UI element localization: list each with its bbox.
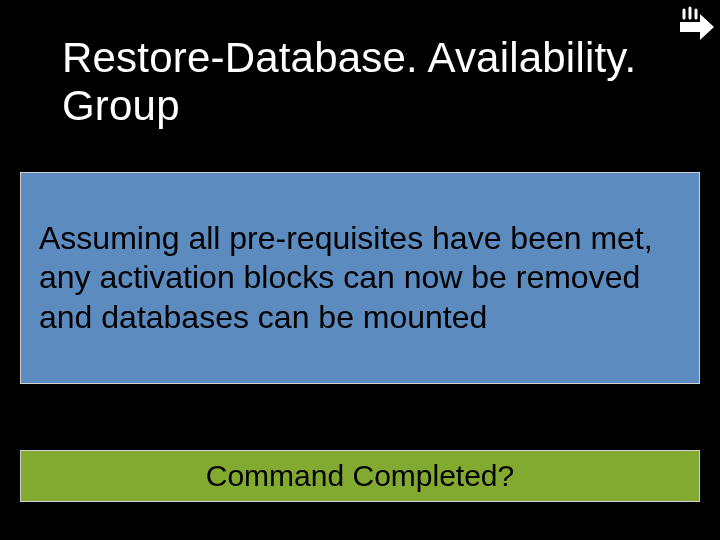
slide-title: Restore-Database. Availability. Group (62, 34, 720, 130)
content-band: Assuming all pre-requisites have been me… (20, 172, 700, 384)
body-text: Assuming all pre-requisites have been me… (39, 219, 681, 336)
footer-band: Command Completed? (20, 450, 700, 502)
slide: Restore-Database. Availability. Group As… (0, 0, 720, 540)
footer-label: Command Completed? (206, 459, 514, 493)
